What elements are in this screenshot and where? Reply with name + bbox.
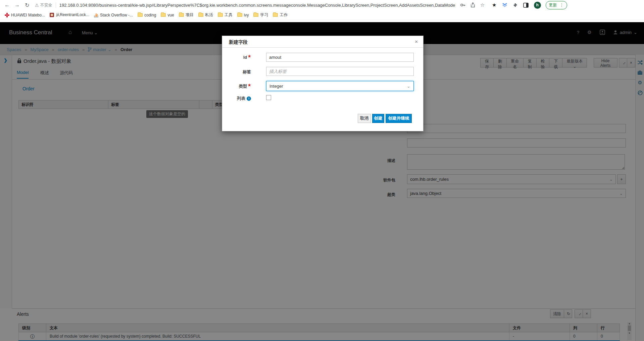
bookmark-item[interactable]: 私活 xyxy=(198,12,213,18)
browser-toolbar: ← → ↻ ⚠ 不安全 192.168.0.104:8080/business-… xyxy=(0,0,644,10)
new-field-modal: 新建字段 × Id★ 标签 类型★ Integer ⌄ 列表i 取消 创建 创建… xyxy=(222,36,424,131)
bookmark-item[interactable]: vue xyxy=(161,13,174,17)
business-central-app: Business Central ⌂ Menu ⌄ ? ⚙ admin ⌄ Sp… xyxy=(0,22,644,341)
bookmark-label: 从ReentrantLock... xyxy=(56,12,89,18)
create-and-continue-button[interactable]: 创建并继续 xyxy=(386,114,412,123)
bookmark-item[interactable]: 项目 xyxy=(179,12,194,18)
security-chip[interactable]: ⚠ 不安全 xyxy=(35,2,56,8)
bookmark-label: vue xyxy=(167,13,174,17)
stack-overflow-icon xyxy=(94,13,98,17)
browser-chrome: ← → ↻ ⚠ 不安全 192.168.0.104:8080/business-… xyxy=(0,0,644,22)
type-value: Integer xyxy=(269,84,283,89)
bookmark-item[interactable]: 学习 xyxy=(253,12,268,18)
url-text[interactable]: 192.168.0.104:8080/business-central/kie-… xyxy=(59,3,455,8)
folder-icon xyxy=(253,13,258,17)
bookmark-item[interactable]: 从ReentrantLock... xyxy=(50,12,89,18)
bookmark-item[interactable]: 工作 xyxy=(273,12,288,18)
blue-double-chevron-icon[interactable] xyxy=(502,3,507,7)
type-label-text: 类型 xyxy=(239,84,247,89)
folder-icon xyxy=(138,13,143,17)
modal-header: 新建字段 × xyxy=(222,36,423,48)
required-star-icon: ★ xyxy=(248,83,251,87)
bookmark-star-icon[interactable]: ☆ xyxy=(480,2,485,8)
chevron-down-icon: ⌄ xyxy=(407,84,410,89)
bookmark-label: 工作 xyxy=(280,12,288,18)
forward-icon[interactable]: → xyxy=(12,2,22,8)
label-label: 标签 xyxy=(222,69,251,75)
id-label: Id★ xyxy=(222,55,251,60)
security-label: 不安全 xyxy=(40,2,52,8)
huawei-flower-icon xyxy=(5,13,9,17)
bookmark-label: Stack Overflow -... xyxy=(100,13,133,17)
bookmarks-bar: HUAWEI Matebo... 从ReentrantLock... Stack… xyxy=(0,10,644,20)
profile-avatar[interactable]: h xyxy=(534,2,541,9)
side-panel-icon[interactable] xyxy=(523,3,529,8)
extensions-puzzle-icon[interactable] xyxy=(513,3,518,8)
bookmark-label: 工具 xyxy=(225,12,233,18)
red-book-icon xyxy=(50,13,54,17)
bookmark-item[interactable]: 工具 xyxy=(218,12,233,18)
bookmark-item[interactable]: Stack Overflow -... xyxy=(94,13,133,17)
create-button[interactable]: 创建 xyxy=(372,114,384,123)
type-label: 类型★ xyxy=(222,84,251,89)
bookmark-label: 项目 xyxy=(186,12,194,18)
update-button[interactable]: 更新 ⋮ xyxy=(546,1,567,9)
folder-icon xyxy=(198,13,203,17)
bookmark-item[interactable]: coding xyxy=(138,13,156,17)
star-extension-icon[interactable]: ★ xyxy=(492,2,496,8)
folder-icon xyxy=(161,13,166,17)
bookmark-label: coding xyxy=(144,13,156,17)
close-icon[interactable]: × xyxy=(415,39,418,44)
bookmark-label: 私活 xyxy=(205,12,213,18)
label-input[interactable] xyxy=(266,67,414,76)
list-label: 列表i xyxy=(222,96,251,101)
type-select[interactable]: Integer ⌄ xyxy=(266,81,414,91)
screen: ← → ↻ ⚠ 不安全 192.168.0.104:8080/business-… xyxy=(0,0,644,341)
folder-icon xyxy=(273,13,278,17)
back-icon[interactable]: ← xyxy=(2,2,12,8)
share-icon[interactable] xyxy=(470,2,476,8)
folder-icon xyxy=(237,13,242,17)
list-checkbox[interactable] xyxy=(266,95,271,100)
bookmark-label: 学习 xyxy=(260,12,268,18)
modal-title: 新建字段 xyxy=(229,39,248,45)
id-label-text: Id xyxy=(243,55,247,60)
bookmark-label: ivy xyxy=(244,13,249,17)
bookmark-label: HUAWEI Matebo... xyxy=(11,13,45,17)
warning-icon: ⚠ xyxy=(35,3,39,8)
list-label-text: 列表 xyxy=(237,96,245,101)
required-star-icon: ★ xyxy=(248,54,251,58)
menu-kebab-icon[interactable]: ⋮ xyxy=(560,3,564,7)
folder-icon xyxy=(218,13,223,17)
update-label: 更新 xyxy=(549,2,557,8)
key-icon[interactable] xyxy=(460,2,465,8)
bookmark-item[interactable]: ivy xyxy=(237,13,249,17)
refresh-icon[interactable]: ↻ xyxy=(22,2,32,8)
info-icon[interactable]: i xyxy=(247,96,251,101)
cancel-button[interactable]: 取消 xyxy=(358,114,371,123)
bookmark-item[interactable]: HUAWEI Matebo... xyxy=(5,13,45,17)
folder-icon xyxy=(179,13,184,17)
id-input[interactable] xyxy=(266,53,414,62)
